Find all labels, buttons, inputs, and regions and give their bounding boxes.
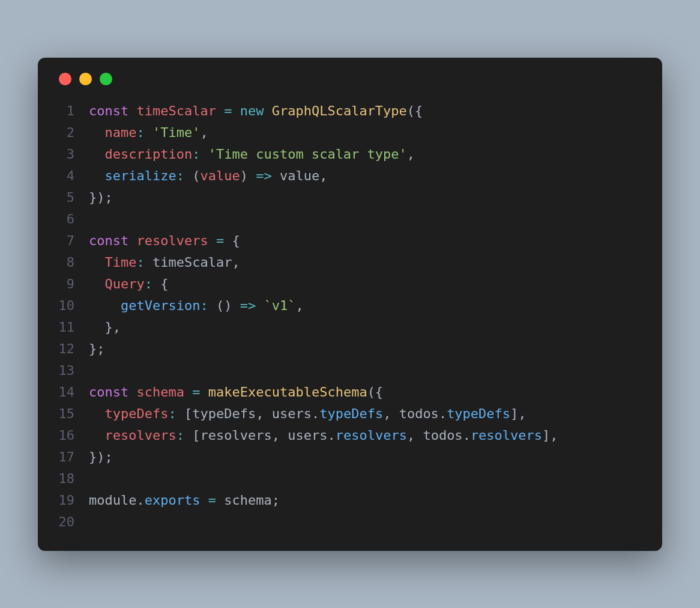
code-window: 1const timeScalar = new GraphQLScalarTyp… (38, 58, 662, 551)
window-titlebar (38, 58, 662, 100)
line-number: 11 (38, 317, 89, 338)
code-line[interactable]: 6 (38, 208, 650, 230)
code-content[interactable]: resolvers: [resolvers, users.resolvers, … (89, 425, 558, 446)
code-content[interactable]: }); (89, 187, 113, 208)
code-line[interactable]: 1const timeScalar = new GraphQLScalarTyp… (38, 100, 650, 122)
code-line[interactable]: 4 serialize: (value) => value, (38, 165, 650, 187)
code-line[interactable]: 19module.exports = schema; (38, 490, 650, 511)
code-content[interactable]: typeDefs: [typeDefs, users.typeDefs, tod… (89, 403, 527, 425)
code-content[interactable]: Time: timeScalar, (89, 252, 240, 273)
code-line[interactable]: 18 (38, 468, 650, 490)
line-number: 8 (38, 252, 89, 273)
code-line[interactable]: 8 Time: timeScalar, (38, 252, 650, 273)
code-content[interactable]: Query: { (89, 273, 168, 295)
code-content[interactable]: }, (89, 317, 121, 338)
code-content[interactable]: getVersion: () => `v1`, (89, 295, 304, 317)
code-line[interactable]: 3 description: 'Time custom scalar type'… (38, 144, 650, 165)
code-line[interactable]: 2 name: 'Time', (38, 122, 650, 144)
code-content[interactable]: }); (89, 446, 113, 468)
line-number: 9 (38, 273, 89, 295)
line-number: 3 (38, 144, 89, 165)
code-content[interactable]: serialize: (value) => value, (89, 165, 327, 187)
code-line[interactable]: 12}; (38, 338, 650, 360)
code-content[interactable]: name: 'Time', (89, 122, 208, 144)
code-line[interactable]: 13 (38, 360, 650, 382)
code-content[interactable]: }; (89, 338, 105, 360)
code-line[interactable]: 7const resolvers = { (38, 230, 650, 252)
line-number: 1 (38, 100, 89, 122)
code-line[interactable]: 10 getVersion: () => `v1`, (38, 295, 650, 317)
code-line[interactable]: 5}); (38, 187, 650, 208)
line-number: 17 (38, 446, 89, 468)
code-content[interactable]: const schema = makeExecutableSchema({ (89, 382, 383, 403)
line-number: 5 (38, 187, 89, 208)
code-line[interactable]: 11 }, (38, 317, 650, 338)
code-line[interactable]: 14const schema = makeExecutableSchema({ (38, 382, 650, 403)
code-line[interactable]: 9 Query: { (38, 273, 650, 295)
line-number: 6 (38, 208, 89, 230)
line-number: 7 (38, 230, 89, 252)
line-number: 10 (38, 295, 89, 317)
code-line[interactable]: 15 typeDefs: [typeDefs, users.typeDefs, … (38, 403, 650, 425)
line-number: 13 (38, 360, 89, 382)
code-content[interactable]: const timeScalar = new GraphQLScalarType… (89, 100, 423, 122)
close-icon[interactable] (59, 73, 71, 85)
maximize-icon[interactable] (100, 73, 112, 85)
line-number: 18 (38, 468, 89, 490)
line-number: 12 (38, 338, 89, 360)
line-number: 14 (38, 382, 89, 403)
line-number: 4 (38, 165, 89, 187)
code-line[interactable]: 20 (38, 511, 650, 533)
code-line[interactable]: 17}); (38, 446, 650, 468)
line-number: 2 (38, 122, 89, 144)
code-line[interactable]: 16 resolvers: [resolvers, users.resolver… (38, 425, 650, 446)
code-content[interactable]: module.exports = schema; (89, 490, 280, 511)
line-number: 16 (38, 425, 89, 446)
line-number: 20 (38, 511, 89, 533)
code-content[interactable]: description: 'Time custom scalar type', (89, 144, 415, 165)
code-editor[interactable]: 1const timeScalar = new GraphQLScalarTyp… (38, 100, 662, 533)
minimize-icon[interactable] (79, 73, 92, 85)
code-content[interactable]: const resolvers = { (89, 230, 240, 252)
line-number: 15 (38, 403, 89, 425)
line-number: 19 (38, 490, 89, 511)
